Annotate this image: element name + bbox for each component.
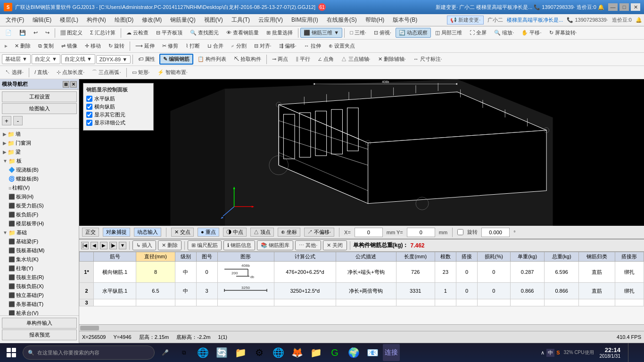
3d-viewport[interactable]: 408b 钢筋显示控制面板 水平纵筋 横向纵筋 bbox=[79, 79, 644, 226]
row2-laptype[interactable]: 绑扎 bbox=[615, 283, 644, 299]
dynamic-input-btn[interactable]: 动态输入 bbox=[134, 228, 161, 237]
tb-view-rebar[interactable]: 👁 查看钢筋量 bbox=[223, 28, 262, 38]
tree-floor-band[interactable]: ⬛ 楼层板带(H) bbox=[7, 219, 78, 228]
row2-barname[interactable]: 水平纵筋.1 bbox=[94, 283, 136, 299]
checkbox-horizontal[interactable]: 水平纵筋 bbox=[86, 95, 150, 102]
tb-fullscreen[interactable]: ⛶ 全屏 bbox=[466, 28, 490, 38]
taskbar-globe[interactable]: 🌍 bbox=[345, 344, 362, 361]
taskbar-cortana[interactable]: 🎤 bbox=[157, 344, 173, 361]
row2-shapenum[interactable]: 3 bbox=[196, 283, 217, 299]
show-desktop-btn[interactable] bbox=[628, 343, 642, 362]
tb-extend[interactable]: ⟶ 延伸 bbox=[132, 41, 158, 51]
maximize-button[interactable]: □ bbox=[619, 3, 629, 11]
menu-tools[interactable]: 工具(T) bbox=[228, 15, 254, 25]
tb-edit-rebar[interactable]: ✎ 编辑钢筋 bbox=[159, 54, 193, 65]
tb-three-aux[interactable]: △ 三点辅轴· bbox=[338, 54, 373, 64]
tree-pedestal[interactable]: ⬛ 柱墩(Y) bbox=[7, 264, 78, 273]
row2-lap[interactable]: 0 bbox=[456, 283, 477, 299]
tb-rebar-3d[interactable]: ⬛ 钢筋三维 ▼ bbox=[300, 28, 342, 38]
tb-local-3d[interactable]: ◫ 局部三维 bbox=[432, 28, 465, 38]
row3-grade[interactable] bbox=[175, 299, 196, 306]
tray-chevron[interactable]: ∧ bbox=[541, 350, 545, 356]
row1-laptype[interactable]: 绑扎 bbox=[615, 262, 644, 283]
row1-barname[interactable]: 横向钢筋.1 bbox=[94, 262, 136, 283]
tb-dynamic-view[interactable]: 🔄 动态观察 bbox=[396, 28, 431, 38]
drawing-input-btn[interactable]: 绘图输入 bbox=[2, 103, 77, 114]
tree-door-window[interactable]: ▶ 📁 门窗洞 bbox=[1, 139, 78, 148]
menu-draw[interactable]: 绘图(D) bbox=[111, 15, 138, 25]
tb-calc[interactable]: Σ 汇总计算 bbox=[87, 28, 119, 38]
tree-pile-cap[interactable]: ⬛ 桩承台(V) bbox=[7, 309, 78, 315]
menu-floor[interactable]: 楼层(L) bbox=[56, 15, 82, 25]
tb-find[interactable]: 🔍 查找图元 bbox=[187, 28, 222, 38]
tb-zoom[interactable]: 🔍 缩放· bbox=[491, 28, 517, 38]
start-button[interactable] bbox=[2, 343, 21, 362]
tb-merge[interactable]: ⊔ 合并 bbox=[204, 41, 227, 51]
tree-cast-slab[interactable]: 🔷 现浇板(B) bbox=[7, 165, 78, 174]
tb-define[interactable]: ▦ 图定义 bbox=[57, 28, 86, 38]
rotate-checkbox[interactable] bbox=[457, 229, 463, 235]
tb-trim[interactable]: ✂ 修剪 bbox=[159, 41, 182, 51]
notification-badge[interactable]: 61 bbox=[318, 3, 326, 11]
tb-property[interactable]: 🏷 属性 bbox=[135, 54, 158, 64]
horizontal-rebar-checkbox[interactable] bbox=[86, 96, 92, 102]
delete-btn[interactable]: ✕ 删除 bbox=[158, 240, 182, 250]
taskbar-connect[interactable]: 连接 bbox=[383, 344, 400, 361]
menu-edit[interactable]: 编辑(E) bbox=[29, 15, 55, 25]
rotate-input[interactable] bbox=[481, 228, 510, 237]
midpoint2-btn[interactable]: ● 重点 bbox=[198, 228, 219, 237]
tree-slab-hole[interactable]: ⬛ 板洞(H) bbox=[7, 192, 78, 201]
row1-grade[interactable]: 中 bbox=[175, 262, 196, 283]
other-btn[interactable]: ⋯ 其他· bbox=[295, 240, 321, 250]
row2-diameter[interactable]: 6.5 bbox=[136, 283, 175, 299]
report-preview-btn[interactable]: 报表预览 bbox=[2, 329, 77, 340]
horizontal-scrollbar[interactable] bbox=[79, 324, 644, 331]
tb-redo[interactable]: ↪ bbox=[42, 28, 53, 37]
rebar-lib-btn[interactable]: 📚 钢筋图库 bbox=[257, 240, 293, 250]
tb-save[interactable]: 💾 bbox=[16, 28, 29, 37]
taskbar-ie[interactable]: 🌐 bbox=[270, 344, 287, 361]
tb-custom-line[interactable]: 自定义线 ▼ bbox=[61, 54, 95, 64]
tb-component-list[interactable]: 📋 构件列表 bbox=[194, 54, 230, 64]
tree-beam[interactable]: ▶ 📁 梁 bbox=[1, 148, 78, 156]
table-row[interactable]: 2 水平纵筋.1 6.5 中 3 3250 bbox=[80, 283, 644, 299]
insert-btn[interactable]: ↳ 插入 bbox=[132, 240, 156, 250]
row1-count[interactable]: 23 bbox=[435, 262, 456, 283]
center-btn[interactable]: ◑ 中点 bbox=[223, 228, 247, 237]
close-button[interactable]: ✕ bbox=[631, 3, 640, 11]
orthogonal-btn[interactable]: 正交 bbox=[82, 228, 99, 237]
show-formula-checkbox[interactable] bbox=[86, 120, 92, 126]
row3-diameter[interactable] bbox=[136, 299, 175, 306]
row2-category[interactable]: 直筋 bbox=[578, 283, 615, 299]
tb-two-point[interactable]: ⊸ 两点 bbox=[269, 54, 291, 64]
tb-floor-align[interactable]: ⊟ 平齐板顶 bbox=[153, 28, 186, 38]
tb-del-aux[interactable]: ✕ 删除辅轴· bbox=[375, 54, 409, 64]
tb-screen-rotate[interactable]: ↻ 屏幕旋转· bbox=[546, 28, 580, 38]
row3-laptype[interactable] bbox=[615, 299, 644, 306]
tb-dim[interactable]: ↔ 尺寸标注· bbox=[410, 54, 446, 64]
tb-copy[interactable]: ⧉ 复制 bbox=[35, 41, 57, 51]
taskbar-edge[interactable]: 🌐 bbox=[194, 344, 211, 361]
tb-move[interactable]: ✛ 移动 bbox=[82, 41, 104, 51]
arrange-btn[interactable]: ⊞ 编尺配筋 bbox=[188, 240, 222, 250]
taskbar-task-view[interactable]: ⧉ bbox=[175, 344, 192, 361]
nav-next[interactable]: ▶ bbox=[100, 242, 107, 249]
sidebar-expand-btn[interactable]: + bbox=[2, 116, 11, 125]
tb-cloud-check[interactable]: ☁ 云检查 bbox=[123, 28, 152, 38]
single-component-btn[interactable]: 单构件输入 bbox=[2, 318, 77, 329]
row3-category[interactable] bbox=[578, 299, 615, 306]
tb-smart-layout[interactable]: ⚡ 智能布置· bbox=[154, 67, 191, 77]
tb-pan[interactable]: ✋ 平移· bbox=[518, 28, 545, 38]
row3-formula[interactable] bbox=[274, 299, 336, 306]
tb-custom-select[interactable]: 自定义 ▼ bbox=[32, 54, 60, 64]
row1-shapenum[interactable]: 0 bbox=[196, 262, 217, 283]
bell-icon[interactable]: 🔔 bbox=[636, 17, 642, 23]
taskbar-settings[interactable]: ⚙ bbox=[251, 344, 268, 361]
tree-strip-found[interactable]: ⬛ 条形基础(T) bbox=[7, 300, 78, 309]
scroll-thumb[interactable] bbox=[80, 326, 99, 330]
other-elements-checkbox[interactable] bbox=[86, 112, 92, 118]
tb-line[interactable]: / 直线· bbox=[31, 67, 52, 77]
vertex-btn[interactable]: △ 顶点 bbox=[250, 228, 274, 237]
menu-view[interactable]: 视图(V) bbox=[200, 15, 227, 25]
tb-floor-select[interactable]: 基础层 ▼ bbox=[2, 54, 31, 64]
